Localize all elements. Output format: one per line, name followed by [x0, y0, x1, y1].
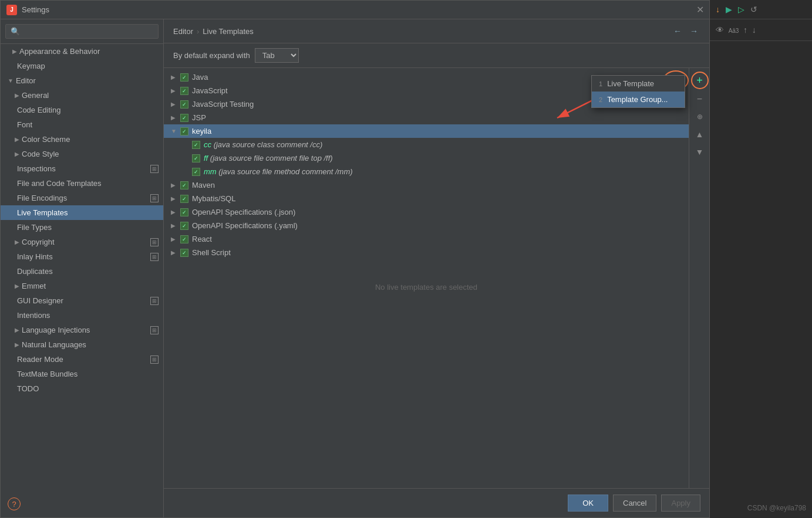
search-input[interactable]: [5, 24, 159, 39]
sidebar-item-label: Keymap: [17, 62, 159, 70]
sidebar-item-duplicates[interactable]: Duplicates: [1, 264, 163, 279]
sidebar-item-gui-designer[interactable]: GUI Designer ⊞: [1, 293, 163, 308]
sidebar-item-code-style[interactable]: ▶ Code Style: [1, 147, 163, 161]
sidebar-item-inlay-hints[interactable]: Inlay Hints ⊞: [1, 249, 163, 264]
sidebar-item-label: Inspections: [17, 164, 148, 173]
sidebar-item-label: Language Injections: [22, 326, 148, 334]
sidebar-item-intentions[interactable]: Intentions: [1, 308, 163, 323]
ok-button[interactable]: OK: [568, 495, 608, 512]
tree-item-react[interactable]: ▶ ✓ React: [164, 232, 689, 246]
toolbar-stop-button[interactable]: ↺: [749, 4, 759, 15]
toolbar-abc-button[interactable]: Aā3: [727, 26, 740, 35]
tree-checkbox[interactable]: ✓: [192, 154, 200, 162]
abbrev-label: cc: [204, 140, 211, 149]
sidebar-item-label: Intentions: [17, 311, 159, 320]
tree-checkbox[interactable]: ✓: [192, 141, 200, 149]
sidebar-item-keymap[interactable]: Keymap: [1, 59, 163, 73]
sidebar-item-live-templates[interactable]: Live Templates: [1, 205, 163, 220]
tree-checkbox[interactable]: ✓: [180, 100, 188, 109]
tree-item-cc[interactable]: ✓ cc (java source class comment /cc): [164, 138, 689, 151]
tree-checkbox[interactable]: ✓: [180, 222, 188, 230]
sidebar-item-editor[interactable]: ▼ Editor: [1, 73, 163, 88]
tree-item-keyila[interactable]: ▼ ✓ keyila: [164, 124, 689, 138]
tree-checkbox[interactable]: ✓: [180, 208, 188, 216]
tree-label: keyila: [192, 127, 211, 136]
tree-item-maven[interactable]: ▶ ✓ Maven: [164, 178, 689, 192]
sidebar-item-label: File Types: [17, 223, 159, 232]
ide-right-sidebar: ↓ ▶ ▷ ↺ 👁 Aā3 ↑ ↓: [709, 0, 812, 518]
sidebar-item-label: TODO: [17, 384, 159, 393]
tree-checkbox[interactable]: ✓: [180, 73, 188, 82]
nav-forward-button[interactable]: →: [688, 25, 700, 37]
tree-checkbox[interactable]: ✓: [180, 249, 188, 257]
toolbar-play-button[interactable]: ▶: [725, 4, 733, 15]
expand-arrow: ▶: [15, 136, 19, 143]
close-button[interactable]: ✕: [696, 4, 704, 15]
main-content: Editor › Live Templates ← → By default e…: [164, 19, 710, 517]
tree-arrow: ▶: [171, 249, 178, 256]
sidebar-item-textmate-bundles[interactable]: TextMate Bundles: [1, 367, 163, 381]
tree-item-mybatis[interactable]: ▶ ✓ Mybatis/SQL: [164, 192, 689, 205]
tree-checkbox[interactable]: ✓: [180, 114, 188, 122]
dropdown-live-template[interactable]: 1 Live Template: [592, 76, 685, 92]
tree-item-openapi-json[interactable]: ▶ ✓ OpenAPI Specifications (.json): [164, 205, 689, 219]
dialog-title: Settings: [22, 5, 696, 14]
app-icon: J: [6, 5, 17, 15]
toolbar-download-button[interactable]: ↓: [715, 4, 721, 15]
expand-arrow: ▶: [15, 341, 19, 348]
add-dropdown: 1 Live Template 2 Template Group...: [591, 75, 685, 108]
tree-label: OpenAPI Specifications (.json): [192, 208, 295, 216]
sidebar-item-reader-mode[interactable]: Reader Mode ⊞: [1, 352, 163, 367]
badge-icon: ⊞: [150, 165, 159, 173]
sidebar-item-language-injections[interactable]: ▶ Language Injections ⊞: [1, 323, 163, 337]
move-down-button[interactable]: ▼: [692, 144, 707, 160]
tree-item-jsp[interactable]: ▶ ✓ JSP: [164, 111, 689, 124]
no-selection-message: No live templates are selected: [164, 283, 689, 292]
toolbar-run-button[interactable]: ▷: [737, 4, 746, 15]
sidebar-item-file-encodings[interactable]: File Encodings ⊞: [1, 191, 163, 205]
sidebar-item-font[interactable]: Font: [1, 117, 163, 132]
tree-checkbox[interactable]: ✓: [180, 195, 188, 203]
rest-label: (java source file comment file top /ff): [210, 154, 333, 162]
tree-label: JSP: [192, 113, 206, 122]
tree-checkbox[interactable]: ✓: [180, 181, 188, 189]
tree-checkbox[interactable]: ✓: [192, 168, 200, 176]
remove-button[interactable]: −: [692, 92, 707, 107]
add-button[interactable]: +: [691, 72, 709, 89]
content-header: Editor › Live Templates ← →: [164, 19, 710, 43]
sidebar-item-file-types[interactable]: File Types: [1, 220, 163, 235]
sidebar-item-appearance[interactable]: ▶ Appearance & Behavior: [1, 44, 163, 59]
move-up-button[interactable]: ▲: [692, 127, 707, 142]
tree-label: Maven: [192, 181, 215, 189]
tree-checkbox[interactable]: ✓: [180, 235, 188, 243]
sidebar-item-inspections[interactable]: Inspections ⊞: [1, 161, 163, 176]
sidebar-item-natural-languages[interactable]: ▶ Natural Languages: [1, 337, 163, 352]
toolbar-eye-button[interactable]: 👁: [715, 24, 725, 36]
tree-checkbox[interactable]: ✓: [180, 87, 188, 95]
sidebar-item-general[interactable]: ▶ General: [1, 88, 163, 103]
cancel-button[interactable]: Cancel: [613, 495, 656, 512]
tree-item-mm[interactable]: ✓ mm (java source file method comment /m…: [164, 165, 689, 178]
badge-icon: ⊞: [150, 253, 159, 261]
sidebar-item-todo[interactable]: TODO: [1, 381, 163, 396]
tree-item-shell-script[interactable]: ▶ ✓ Shell Script: [164, 246, 689, 259]
tree-checkbox[interactable]: ✓: [180, 127, 188, 136]
sidebar-item-color-scheme[interactable]: ▶ Color Scheme: [1, 132, 163, 147]
tree-label: JavaScript Testing: [192, 100, 254, 109]
expand-select[interactable]: Tab Space Enter: [255, 48, 299, 63]
dropdown-template-group[interactable]: 2 Template Group...: [592, 92, 685, 107]
expand-arrow: ▶: [15, 151, 19, 157]
bottom-bar: OK Cancel Apply: [164, 488, 710, 517]
sidebar-item-copyright[interactable]: ▶ Copyright ⊞: [1, 235, 163, 249]
toolbar-down-button[interactable]: ↓: [751, 24, 757, 36]
apply-button[interactable]: Apply: [661, 495, 700, 512]
copy-button[interactable]: ⊕: [692, 109, 707, 124]
expand-arrow: ▶: [12, 48, 17, 55]
sidebar-item-emmet[interactable]: ▶ Emmet: [1, 279, 163, 293]
tree-item-ff[interactable]: ✓ ff (java source file comment file top …: [164, 151, 689, 165]
toolbar-up-button[interactable]: ↑: [742, 24, 749, 36]
sidebar-item-code-editing[interactable]: Code Editing: [1, 103, 163, 117]
tree-item-openapi-yaml[interactable]: ▶ ✓ OpenAPI Specifications (.yaml): [164, 219, 689, 232]
sidebar-item-file-code-templates[interactable]: File and Code Templates: [1, 176, 163, 191]
nav-back-button[interactable]: ←: [671, 25, 684, 37]
